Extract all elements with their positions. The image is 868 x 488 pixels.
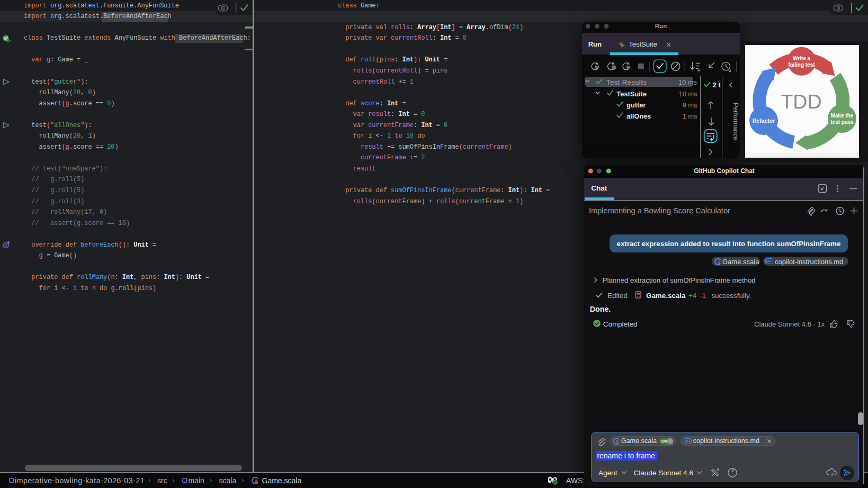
svg-text:Write a: Write a <box>793 56 811 61</box>
svg-text:TDD: TDD <box>781 91 821 113</box>
svg-text:Refactor: Refactor <box>753 118 775 124</box>
svg-text:Make the: Make the <box>831 113 854 119</box>
svg-text:M: M <box>766 259 769 263</box>
svg-text:M: M <box>685 439 688 443</box>
svg-text:test pass: test pass <box>830 119 854 125</box>
svg-text:failing test: failing test <box>789 62 816 68</box>
